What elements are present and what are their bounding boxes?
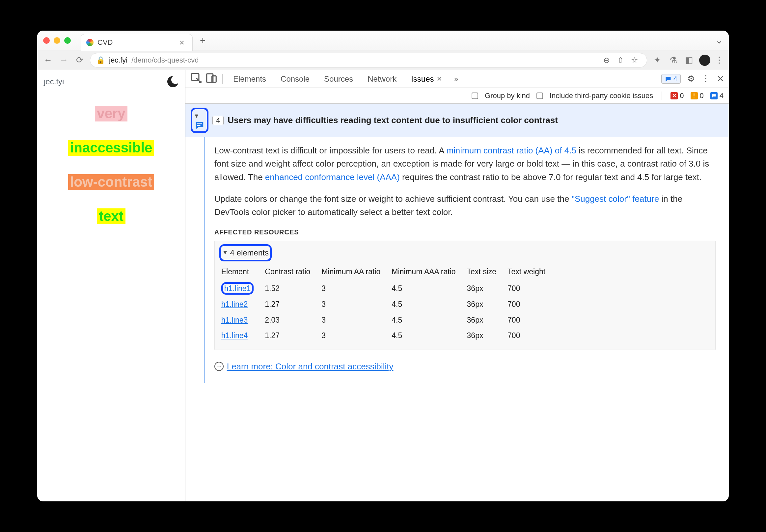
extensions-icon[interactable]: ✦ <box>652 55 663 65</box>
address-field[interactable]: 🔒 jec.fyi/demo/cds-quest-cvd ⊖ ⇧ ☆ <box>90 53 647 67</box>
window-controls <box>43 37 71 44</box>
issue-toggle-highlight: ▼ <box>191 108 208 133</box>
element-link[interactable]: h1.line2 <box>221 300 248 308</box>
col-size: Text size <box>465 264 506 281</box>
zoom-icon[interactable]: ⊖ <box>603 56 610 65</box>
demo-word-4: text <box>97 208 125 224</box>
url-host: jec.fyi <box>109 56 127 65</box>
content-row: jec.fyi very inaccessible low-contrast t… <box>37 70 729 501</box>
devtools-menu-icon[interactable]: ⋮ <box>701 74 710 84</box>
chrome-menu-icon[interactable]: ⋮ <box>715 55 724 65</box>
close-window-icon[interactable] <box>43 37 50 44</box>
devtools-panel: Elements Console Sources Network Issues … <box>185 70 729 501</box>
demo-word-1: very <box>95 106 127 121</box>
col-aa: Minimum AA ratio <box>319 264 390 281</box>
sidepanel-icon[interactable]: ◧ <box>683 55 695 65</box>
devtools-close-icon[interactable]: ✕ <box>717 73 724 84</box>
site-label: jec.fyi <box>44 77 64 86</box>
inspect-icon[interactable] <box>190 72 202 86</box>
collapse-icon[interactable]: ▼ <box>194 113 199 119</box>
issue-instance-count: 4 <box>212 116 224 125</box>
tab-title: CVD <box>97 38 113 47</box>
demo-word-2: inaccessible <box>68 140 154 156</box>
tabs-overflow-icon[interactable]: » <box>451 74 462 84</box>
elements-toggle-label: 4 elements <box>230 247 269 259</box>
issue-body: Low-contrast text is difficult or imposs… <box>185 137 729 383</box>
issue-p1c: requires the contrast ratio to be above … <box>402 172 701 182</box>
learn-more-link[interactable]: Learn more: Color and contrast accessibi… <box>227 360 394 373</box>
browser-window: CVD × + ⌄ ← → ⟳ 🔒 jec.fyi/demo/cds-quest… <box>37 31 729 501</box>
tab-issues-close-icon[interactable]: ✕ <box>437 75 442 83</box>
issue-p1a: Low-contrast text is difficult or imposs… <box>214 146 447 155</box>
messages-badge[interactable]: 4 <box>661 74 681 84</box>
tab-elements[interactable]: Elements <box>227 70 272 88</box>
messages-count: 4 <box>674 75 677 83</box>
issue-title: Users may have difficulties reading text… <box>227 115 558 125</box>
tab-issues-label: Issues <box>411 74 434 84</box>
col-contrast: Contrast ratio <box>263 264 319 281</box>
third-party-label: Include third-party cookie issues <box>550 92 653 100</box>
minimize-window-icon[interactable] <box>54 37 60 44</box>
bookmark-icon[interactable]: ☆ <box>631 56 638 65</box>
error-count[interactable]: ✕0 <box>671 92 684 100</box>
settings-icon[interactable]: ⚙ <box>687 74 695 84</box>
theme-toggle-icon[interactable] <box>167 76 178 87</box>
profile-avatar[interactable] <box>699 55 710 66</box>
table-row: h1.line2 1.27 3 4.5 36px 700 <box>219 297 555 312</box>
element-link[interactable]: h1.line3 <box>221 316 248 324</box>
labs-icon[interactable]: ⚗ <box>668 55 679 65</box>
title-bar: CVD × + ⌄ <box>37 31 729 50</box>
svg-rect-4 <box>197 125 200 126</box>
elements-toggle[interactable]: ▼ 4 elements <box>219 244 272 261</box>
tab-issues[interactable]: Issues ✕ <box>405 70 448 88</box>
issue-p2a: Update colors or change the font size or… <box>214 194 572 204</box>
page-preview: jec.fyi very inaccessible low-contrast t… <box>37 70 185 501</box>
link-suggest-color[interactable]: "Suggest color" feature <box>572 194 659 204</box>
url-path: /demo/cds-quest-cvd <box>131 56 198 65</box>
device-toggle-icon[interactable] <box>205 72 218 86</box>
link-min-aa[interactable]: minimum contrast ratio (AA) of 4.5 <box>446 146 576 155</box>
share-icon[interactable]: ⇧ <box>617 56 624 65</box>
issue-content: Low-contrast text is difficult or imposs… <box>205 137 729 383</box>
issue-kind-icon <box>194 120 205 131</box>
element-link[interactable]: h1.line1 <box>224 284 251 293</box>
link-aaa[interactable]: enhanced conformance level (AAA) <box>265 172 400 182</box>
table-header-row: Element Contrast ratio Minimum AA ratio … <box>219 264 555 281</box>
lock-icon: 🔒 <box>96 56 105 65</box>
arrow-right-icon: → <box>214 362 224 371</box>
col-weight: Text weight <box>506 264 555 281</box>
table-row: h1.line4 1.27 3 4.5 36px 700 <box>219 328 555 344</box>
forward-button: → <box>58 55 69 65</box>
svg-rect-3 <box>197 123 202 124</box>
group-by-kind-checkbox[interactable] <box>472 93 478 99</box>
third-party-checkbox[interactable] <box>537 93 543 99</box>
new-tab-button[interactable]: + <box>200 35 206 46</box>
element-link[interactable]: h1.line4 <box>221 331 248 340</box>
col-element: Element <box>219 264 263 281</box>
col-aaa: Minimum AAA ratio <box>390 264 465 281</box>
table-row: h1.line1 1.52 3 4.5 36px 700 <box>219 281 555 297</box>
browser-tab[interactable]: CVD × <box>81 34 193 51</box>
tab-network[interactable]: Network <box>361 70 403 88</box>
tab-sources[interactable]: Sources <box>318 70 359 88</box>
issues-toolbar: Group by kind Include third-party cookie… <box>185 88 729 104</box>
contrast-table: Element Contrast ratio Minimum AA ratio … <box>219 264 555 344</box>
learn-more-row: → Learn more: Color and contrast accessi… <box>214 360 716 373</box>
chevron-down-icon: ▼ <box>222 248 228 257</box>
demo-word-3: low-contrast <box>68 174 154 190</box>
reload-button[interactable]: ⟳ <box>74 55 85 65</box>
back-button[interactable]: ← <box>42 55 54 65</box>
tab-overflow-icon[interactable]: ⌄ <box>715 35 723 46</box>
issue-count[interactable]: 4 <box>710 92 724 100</box>
devtools-tab-bar: Elements Console Sources Network Issues … <box>185 70 729 88</box>
tab-close-icon[interactable]: × <box>179 38 184 48</box>
favicon-icon <box>86 39 93 46</box>
table-row: h1.line3 2.03 3 4.5 36px 700 <box>219 312 555 328</box>
issue-header[interactable]: ▼ 4 Users may have difficulties reading … <box>185 104 729 137</box>
maximize-window-icon[interactable] <box>64 37 71 44</box>
group-by-kind-label: Group by kind <box>485 92 530 100</box>
affected-table: ▼ 4 elements Element Contrast ratio Mini… <box>214 241 716 350</box>
url-bar: ← → ⟳ 🔒 jec.fyi/demo/cds-quest-cvd ⊖ ⇧ ☆… <box>37 50 729 70</box>
tab-console[interactable]: Console <box>275 70 315 88</box>
warning-count[interactable]: !0 <box>691 92 704 100</box>
